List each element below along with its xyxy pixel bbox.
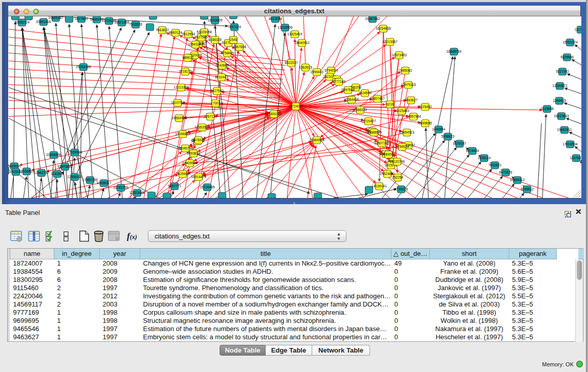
svg-text:5878332: 5878332: [192, 138, 205, 142]
svg-text:9329966: 9329966: [560, 55, 574, 59]
svg-text:6794024: 6794024: [324, 69, 338, 72]
svg-text:14136141: 14136141: [372, 184, 387, 188]
svg-text:15409948: 15409948: [182, 161, 198, 165]
svg-text:1167531: 1167531: [570, 156, 581, 160]
svg-text:7632621: 7632621: [488, 163, 502, 167]
svg-text:10973493: 10973493: [391, 53, 407, 57]
svg-text:15751074: 15751074: [562, 40, 578, 44]
svg-text:12353594: 12353594: [194, 125, 210, 129]
svg-text:13325419: 13325419: [287, 32, 302, 36]
svg-text:6679197: 6679197: [453, 142, 466, 145]
svg-text:18724007: 18724007: [288, 104, 303, 108]
svg-text:9245612: 9245612: [520, 187, 534, 191]
svg-text:8813054: 8813054: [269, 17, 282, 20]
svg-text:17001: 17001: [211, 101, 221, 105]
svg-text:8660124: 8660124: [169, 31, 182, 34]
svg-text:9227342: 9227342: [556, 70, 569, 73]
svg-text:10688609: 10688609: [366, 130, 382, 134]
svg-text:16154838: 16154838: [376, 27, 391, 30]
svg-text:12213363: 12213363: [173, 85, 189, 89]
svg-text:3267130: 3267130: [204, 115, 217, 118]
svg-text:8756845: 8756845: [221, 51, 234, 55]
svg-text:5938923: 5938923: [441, 135, 454, 138]
svg-text:19524851: 19524851: [380, 172, 395, 176]
svg-text:10958117: 10958117: [97, 181, 112, 185]
svg-text:16033809: 16033809: [207, 18, 223, 22]
svg-text:16648784: 16648784: [446, 50, 462, 53]
svg-text:9242848: 9242848: [215, 63, 229, 67]
svg-text:17159924: 17159924: [67, 150, 82, 154]
svg-text:1141519: 1141519: [51, 172, 64, 176]
svg-text:9657771: 9657771: [168, 184, 181, 188]
svg-text:12975115: 12975115: [401, 83, 416, 86]
svg-text:15716485: 15716485: [200, 185, 215, 189]
svg-text:16210643: 16210643: [554, 114, 569, 118]
svg-text:2718176: 2718176: [179, 70, 192, 73]
svg-text:10655287: 10655287: [48, 16, 63, 19]
svg-text:16671355: 16671355: [114, 20, 129, 24]
svg-text:9756928: 9756928: [396, 145, 409, 148]
svg-text:20055724: 20055724: [14, 20, 30, 24]
svg-text:20206556: 20206556: [46, 153, 61, 157]
svg-text:20364436: 20364436: [344, 98, 359, 101]
svg-text:7515526: 7515526: [129, 23, 142, 26]
svg-text:9777169: 9777169: [332, 80, 345, 83]
svg-text:12923448: 12923448: [129, 191, 145, 194]
svg-text:18907269: 18907269: [374, 141, 389, 145]
svg-text:1733426: 1733426: [395, 187, 408, 191]
svg-text:12942757: 12942757: [34, 171, 49, 174]
svg-text:13218506: 13218506: [277, 26, 293, 29]
svg-text:8427552: 8427552: [210, 89, 224, 93]
svg-text:3624554: 3624554: [358, 91, 372, 95]
svg-text:1546: 1546: [230, 38, 237, 41]
svg-text:5839061: 5839061: [8, 164, 21, 168]
svg-text:1990443: 1990443: [310, 70, 323, 74]
svg-text:7625402: 7625402: [176, 172, 189, 176]
svg-text:8322037: 8322037: [285, 61, 298, 64]
svg-text:8471626: 8471626: [499, 170, 512, 174]
svg-text:15720407: 15720407: [361, 119, 376, 123]
svg-text:16782759: 16782759: [113, 186, 128, 189]
svg-text:6899695: 6899695: [419, 121, 432, 125]
svg-text:1610753: 1610753: [171, 101, 184, 104]
svg-text:10025433: 10025433: [394, 109, 409, 113]
svg-text:17957255: 17957255: [82, 178, 98, 182]
svg-text:3215958: 3215958: [540, 107, 554, 111]
svg-text:1527602: 1527602: [75, 17, 88, 20]
svg-text:15692911: 15692911: [557, 128, 572, 132]
svg-text:9115460: 9115460: [419, 105, 432, 108]
svg-text:7485063: 7485063: [399, 69, 412, 72]
svg-text:6897568: 6897568: [341, 88, 355, 92]
svg-text:2935114: 2935114: [477, 156, 491, 160]
svg-text:7663822: 7663822: [156, 28, 169, 32]
svg-text:19654936: 19654936: [171, 116, 187, 120]
svg-text:7857224: 7857224: [228, 25, 241, 29]
svg-text:25053346: 25053346: [76, 65, 91, 69]
svg-text:8186328: 8186328: [208, 38, 222, 41]
svg-text:25300233: 25300233: [266, 112, 281, 116]
svg-text:6216: 6216: [386, 102, 394, 106]
svg-text:10654112: 10654112: [510, 178, 525, 182]
svg-text:12213967: 12213967: [382, 40, 398, 43]
svg-text:20691406: 20691406: [36, 20, 51, 24]
svg-text:16046798: 16046798: [178, 146, 193, 150]
svg-text:1117392: 1117392: [575, 28, 581, 31]
svg-text:9084007: 9084007: [382, 152, 395, 156]
svg-text:20487682: 20487682: [365, 17, 380, 20]
svg-text:10543342: 10543342: [188, 42, 203, 46]
svg-text:1440954: 1440954: [432, 127, 445, 131]
svg-text:18640910: 18640910: [294, 41, 310, 45]
svg-text:19654923: 19654923: [399, 130, 415, 134]
svg-text:53226058: 53226058: [197, 30, 212, 34]
svg-text:7386322: 7386322: [354, 108, 367, 112]
svg-text:10807487: 10807487: [369, 97, 385, 100]
svg-text:252254: 252254: [392, 176, 403, 179]
svg-text:16120746: 16120746: [389, 160, 405, 163]
svg-text:3912954: 3912954: [182, 32, 195, 36]
svg-text:12505115: 12505115: [68, 175, 82, 179]
svg-text:5493822: 5493822: [187, 151, 200, 155]
svg-text:2367608: 2367608: [233, 45, 246, 49]
svg-text:14957984: 14957984: [406, 115, 421, 118]
svg-text:989612: 989612: [182, 56, 193, 59]
svg-text:12093872: 12093872: [552, 84, 568, 87]
